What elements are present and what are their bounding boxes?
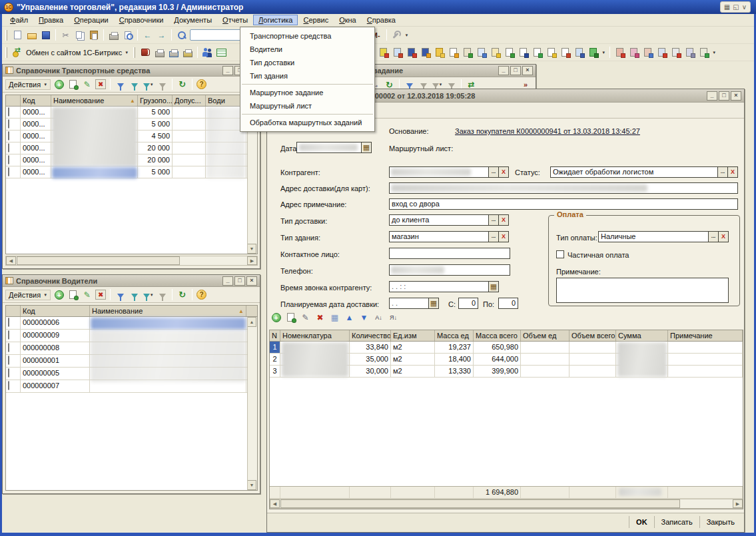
date-calendar-button[interactable]: ▦ (361, 142, 372, 153)
menu-edit[interactable]: Правка (33, 15, 69, 25)
toolbar-overflow-button[interactable]: » (524, 81, 528, 89)
scrollbar-thumb[interactable] (17, 256, 180, 265)
close-icon[interactable]: × (246, 276, 257, 286)
edit-icon[interactable]: ✎ (81, 289, 93, 300)
code-column-header[interactable]: Код (21, 306, 90, 316)
close-icon[interactable]: × (731, 91, 741, 101)
menu-help[interactable]: Справка (362, 15, 401, 25)
scroll-left-icon[interactable]: ◀ (270, 499, 280, 508)
doc-user-icon[interactable] (448, 47, 459, 58)
print-preview-icon[interactable] (122, 29, 133, 41)
filter-sort-icon[interactable] (115, 289, 126, 300)
maximize-icon[interactable]: □ (510, 66, 521, 75)
plan-date-field[interactable]: . . (389, 298, 429, 309)
minimize-icon[interactable]: _ (707, 91, 717, 101)
settings-wrench-icon[interactable] (391, 29, 402, 41)
open-icon[interactable] (26, 29, 37, 41)
flag-report-alt-icon[interactable] (420, 47, 431, 58)
user-sum-pink-icon[interactable] (628, 47, 639, 58)
transport-titlebar[interactable]: Справочник Транспортные средства _ □ × (3, 65, 260, 77)
maximize-icon[interactable]: □ (234, 276, 245, 286)
doc-percent-icon[interactable] (560, 47, 571, 58)
coins-remove-icon[interactable] (518, 47, 529, 58)
filter-off-icon[interactable] (157, 289, 168, 300)
building-type-select-button[interactable]: ... (488, 231, 499, 242)
add-row-icon[interactable]: + (270, 312, 282, 323)
back-icon[interactable]: ← (142, 29, 153, 41)
coins-check-icon[interactable] (532, 47, 543, 58)
capacity-column-header[interactable]: Грузопо... (138, 95, 173, 106)
call-time-field[interactable]: . . : : (389, 281, 489, 292)
end-edit-icon[interactable]: ▦ (329, 312, 340, 323)
sum-check-icon[interactable] (698, 47, 709, 58)
code-column-header[interactable]: Код (21, 95, 51, 106)
flag-report-icon[interactable] (406, 47, 417, 58)
building-type-clear-button[interactable]: X (498, 231, 509, 242)
group-overflow-arrow[interactable]: ▼ (712, 51, 716, 55)
delete-icon[interactable]: ✖ (95, 290, 106, 300)
scroll-left-icon[interactable]: ◀ (6, 256, 16, 265)
user-sum-eraser-icon[interactable] (642, 47, 653, 58)
toolbar-grip[interactable] (133, 47, 135, 58)
reference-book-icon[interactable] (140, 47, 151, 58)
menu-reports[interactable]: Отчеты (217, 15, 253, 25)
coins-doc-icon[interactable] (546, 47, 557, 58)
scroll-right-icon[interactable]: ▶ (733, 499, 743, 508)
unit-column-header[interactable]: Ед.изм (391, 330, 435, 341)
menu-item-route-processing[interactable]: Обработка маршрутных заданий (240, 116, 374, 129)
refresh-icon[interactable]: ↻ (177, 79, 188, 90)
sum-doc-icon[interactable] (684, 47, 695, 58)
coins-refresh-icon[interactable] (434, 47, 445, 58)
doc-plant-icon[interactable] (462, 47, 473, 58)
nomenclature-column-header[interactable]: Номенклатура (280, 330, 350, 341)
minimize-icon[interactable]: _ (498, 66, 509, 75)
move-down-icon[interactable]: ▼ (358, 312, 370, 323)
filter-value-icon[interactable] (129, 289, 140, 300)
help-icon[interactable]: ? (196, 290, 206, 300)
contractors-icon[interactable] (202, 47, 213, 58)
filter-sort-icon[interactable] (115, 79, 126, 90)
contractor-clear-button[interactable]: X (498, 166, 509, 178)
payment-type-clear-button[interactable]: X (718, 231, 729, 242)
volume-total-column-header[interactable]: Объем всего (569, 330, 616, 341)
print-document-icon[interactable] (154, 47, 165, 58)
menu-windows[interactable]: Окна (334, 15, 362, 25)
add-icon[interactable]: + (53, 289, 65, 300)
ok-button[interactable]: OK (629, 516, 654, 528)
cut-icon[interactable]: ✂ (60, 29, 71, 41)
minimize-icon[interactable]: _ (222, 66, 233, 75)
address-note-field[interactable]: вход со двора (389, 198, 738, 210)
contractor-select-button[interactable]: ... (488, 166, 499, 178)
price-table-icon[interactable] (216, 47, 227, 58)
to-field[interactable]: 0 (498, 298, 518, 309)
doc-corner-icon[interactable] (378, 47, 389, 58)
call-time-calendar-button[interactable]: ▦ (488, 281, 499, 292)
filter-history-icon[interactable]: ▼ (143, 289, 154, 300)
filter-value-icon[interactable] (129, 79, 140, 90)
status-field[interactable]: Ожидает обработки логистом (550, 166, 718, 178)
name-column-header[interactable]: Наименование▲ (51, 95, 138, 106)
user-sum-red-icon[interactable] (614, 47, 625, 58)
note-column-header[interactable]: Примечание (668, 330, 743, 341)
plan-date-calendar-button[interactable]: ▦ (428, 298, 439, 309)
from-field[interactable]: 0 (458, 298, 478, 309)
menu-item-drivers[interactable]: Водители (240, 43, 374, 56)
coins-add-icon[interactable] (504, 47, 515, 58)
qty-column-header[interactable]: Количество (350, 330, 391, 341)
menu-file[interactable]: Файл (5, 15, 33, 25)
building-type-field[interactable]: магазин (389, 231, 489, 242)
bitrix-dropdown-arrow[interactable]: ▼ (125, 51, 129, 55)
actions-button[interactable]: Действия▼ (5, 79, 51, 90)
status-clear-button[interactable]: X (727, 166, 738, 178)
sum-red-icon[interactable] (670, 47, 681, 58)
edit-row-icon[interactable]: ✎ (300, 312, 311, 323)
contractor-field[interactable] (389, 166, 489, 178)
name-column-header[interactable]: Наименование▲ (90, 306, 246, 316)
print-invoice-icon[interactable] (168, 47, 179, 58)
marker-column-header[interactable] (6, 95, 21, 106)
mass-column-header[interactable]: Масса ед (435, 330, 474, 341)
partial-payment-checkbox[interactable] (556, 250, 564, 258)
copy-row-icon[interactable] (285, 312, 296, 323)
search-icon[interactable] (176, 29, 187, 41)
delivery-type-field[interactable]: до клиента (389, 214, 489, 226)
